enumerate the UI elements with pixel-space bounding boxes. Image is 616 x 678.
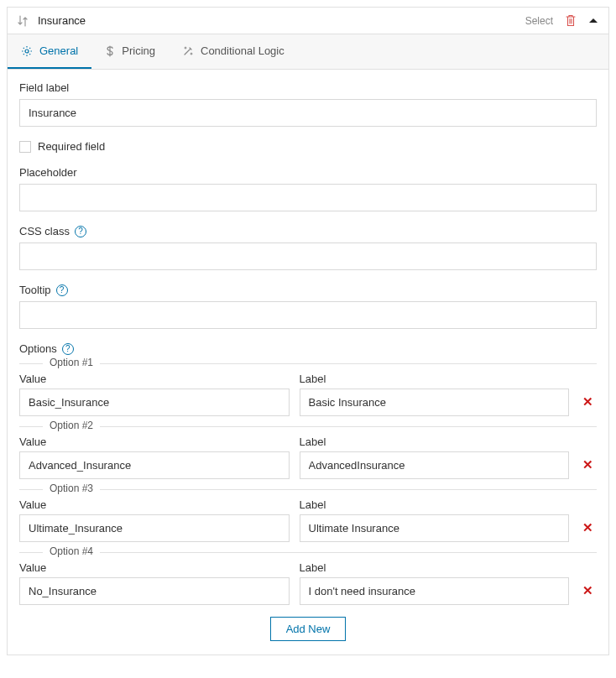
panel-header: Insurance Select (8, 8, 608, 34)
option-value-input[interactable] (19, 389, 290, 416)
css-class-input[interactable] (19, 243, 597, 270)
select-label[interactable]: Select (525, 15, 553, 27)
label-caption: Label (300, 561, 570, 574)
option-divider: Option #1 (19, 363, 597, 364)
delete-option-icon[interactable]: ✕ (579, 457, 597, 479)
label-caption: Label (300, 435, 570, 448)
field-label-group: Field label (19, 81, 597, 127)
tab-label: Pricing (122, 44, 155, 57)
options-caption: Options ? (19, 342, 597, 355)
tooltip-group: Tooltip ? (19, 284, 597, 329)
option-divider: Option #4 (19, 552, 597, 553)
help-icon[interactable]: ? (56, 284, 68, 296)
placeholder-group: Placeholder (19, 166, 597, 211)
field-label-caption: Field label (19, 81, 597, 94)
option-legend: Option #2 (43, 420, 100, 431)
option-value-input[interactable] (19, 514, 290, 542)
collapse-icon[interactable] (588, 18, 598, 24)
value-caption: Value (19, 373, 290, 385)
delete-option-icon[interactable]: ✕ (579, 520, 597, 542)
tab-general[interactable]: General (8, 34, 91, 69)
gear-icon (21, 45, 33, 57)
css-class-group: CSS class ? (19, 225, 597, 270)
value-caption: Value (19, 435, 290, 448)
option-block: Option #2 Value Label ✕ (19, 426, 597, 479)
field-editor-panel: Insurance Select General Pricing Conditi… (7, 7, 609, 655)
panel-title: Insurance (38, 14, 525, 27)
option-label-input[interactable] (300, 451, 570, 479)
option-divider: Option #2 (19, 426, 597, 427)
option-block: Option #4 Value Label ✕ (19, 552, 597, 605)
option-divider: Option #3 (19, 489, 597, 490)
help-icon[interactable]: ? (75, 226, 86, 237)
delete-option-icon[interactable]: ✕ (579, 394, 597, 416)
option-block: Option #3 Value Label ✕ (19, 489, 597, 542)
option-legend: Option #4 (43, 545, 100, 557)
option-label-input[interactable] (300, 389, 570, 416)
tab-label: General (39, 44, 78, 57)
required-checkbox[interactable] (19, 141, 31, 153)
value-caption: Value (19, 561, 290, 574)
tab-pricing[interactable]: Pricing (91, 34, 169, 69)
panel-body: Field label Required field Placeholder C… (8, 70, 608, 655)
tabs-bar: General Pricing Conditional Logic (8, 34, 608, 70)
css-class-caption: CSS class ? (19, 225, 597, 237)
placeholder-input[interactable] (19, 184, 597, 211)
required-label: Required field (38, 140, 105, 153)
option-legend: Option #1 (43, 357, 100, 368)
dollar-icon (105, 45, 115, 57)
field-label-input[interactable] (19, 99, 597, 127)
add-new-button[interactable]: Add New (270, 617, 347, 641)
option-legend: Option #3 (43, 482, 100, 494)
value-caption: Value (19, 498, 290, 511)
label-caption: Label (300, 498, 570, 511)
required-field-row: Required field (19, 140, 597, 153)
trash-icon[interactable] (565, 14, 577, 27)
placeholder-caption: Placeholder (19, 166, 597, 179)
tab-label: Conditional Logic (201, 44, 285, 57)
option-block: Option #1 Value Label ✕ (19, 363, 597, 416)
svg-point-0 (25, 50, 29, 53)
wand-icon (182, 45, 194, 57)
tab-conditional-logic[interactable]: Conditional Logic (169, 34, 298, 69)
option-label-input[interactable] (300, 577, 570, 605)
tooltip-input[interactable] (19, 301, 597, 329)
help-icon[interactable]: ? (62, 343, 74, 355)
tooltip-caption: Tooltip ? (19, 284, 597, 296)
option-label-input[interactable] (300, 514, 570, 542)
drag-handle-icon[interactable] (18, 15, 28, 27)
option-value-input[interactable] (19, 451, 290, 479)
delete-option-icon[interactable]: ✕ (579, 583, 597, 605)
label-caption: Label (300, 373, 570, 385)
option-value-input[interactable] (19, 577, 290, 605)
